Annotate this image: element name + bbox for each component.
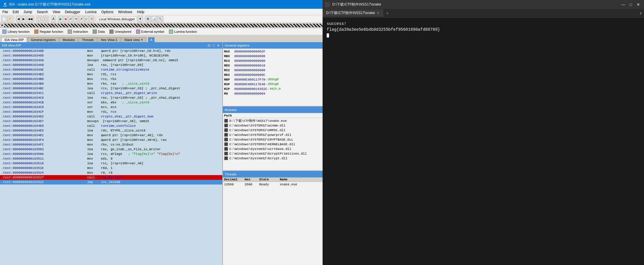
- reg-name: RDX: [224, 63, 234, 68]
- code-operands: [rsp+138h+var_C0.h+10h], 0C3D2E1F0h: [101, 53, 169, 58]
- module-path: C:\Windows\SYSTEM32\powrprof.dll: [229, 133, 291, 137]
- reg-value[interactable]: 0000000000000000: [234, 68, 265, 73]
- reg-value[interactable]: 000000C000117E40: [234, 82, 265, 87]
- menu-search[interactable]: Search: [34, 9, 50, 15]
- code-line[interactable]: .text:0000000000163527 call fmt_Fprintf: [0, 175, 222, 180]
- code-view[interactable]: .text:000000000016348D mov qword ptr [rs…: [0, 49, 222, 265]
- code-line[interactable]: .text:00000000001634A9 lea rax, [rsp+138…: [0, 63, 222, 67]
- code-line[interactable]: .text:000000000016351E mov r8d, 1: [0, 166, 222, 170]
- menu-edit[interactable]: Edit: [10, 9, 21, 15]
- reg-value[interactable]: 0000000000016352C: [234, 87, 267, 91]
- code-line[interactable]: .text:00000000001634CF mov rdi, rcx: [0, 110, 222, 114]
- code-line[interactable]: .text:00000000001634B6 mov rcx, rbx: [0, 77, 222, 81]
- code-line[interactable]: .text:00000000001634CB xor ebx, ebx ; _s…: [0, 100, 222, 105]
- toolbar-extra-3[interactable]: 🔧: [157, 16, 163, 22]
- ida-panel-restore[interactable]: ⊡: [207, 44, 211, 47]
- code-line[interactable]: .text:00000000001634E0 call runtime_conv…: [0, 124, 222, 128]
- menu-lumina[interactable]: Lumina: [83, 9, 99, 15]
- toolbar-open[interactable]: 📂: [8, 16, 13, 22]
- terminal-close[interactable]: ✕: [635, 0, 642, 9]
- code-line[interactable]: .text:000000000016352C jmp loc_16338B: [0, 180, 222, 184]
- terminal-maximize[interactable]: □: [628, 0, 634, 9]
- code-line[interactable]: .text:00000000001634BC lea rcx, [rsp+138…: [0, 86, 222, 91]
- toolbar-forward[interactable]: ▶: [21, 16, 26, 22]
- code-line[interactable]: .text:00000000001634AE call runtime_stri…: [0, 67, 222, 72]
- tab-general-registers[interactable]: General registers: [28, 37, 59, 42]
- code-line[interactable]: .text:00000000001634A0 movups xmmword pt…: [0, 58, 222, 63]
- toolbar-sep-6: [144, 16, 144, 22]
- reg-value[interactable]: 000000000000000C: [234, 73, 265, 77]
- reg-value[interactable]: 0000000000000000: [234, 59, 265, 63]
- code-operands: rcx, [rsp+138h+var_C0] ; _ptr_sha1_diges…: [101, 86, 180, 91]
- code-line[interactable]: .text:00000000001634E5 lea rdx, RTYPE__s…: [0, 128, 222, 133]
- ida-panel-maximize[interactable]: □: [212, 44, 216, 47]
- reg-name: RCX: [224, 59, 234, 63]
- code-instr: call: [83, 124, 101, 128]
- toolbar-extra-1[interactable]: ⚙: [145, 16, 150, 22]
- code-line[interactable]: .text:00000000001634C6 lea rax, [rsp+138…: [0, 95, 222, 100]
- code-line[interactable]: .text:00000000001634F4 mov qword ptr [rs…: [0, 138, 222, 142]
- code-line[interactable]: .text:0000000000163524 mov r9, r8: [0, 170, 222, 175]
- menu-help[interactable]: Help: [135, 9, 147, 15]
- tab-stack-view-close[interactable]: ✕: [141, 38, 143, 41]
- menu-view[interactable]: View: [50, 9, 62, 15]
- tab-special-a[interactable]: A: [148, 37, 154, 42]
- code-line[interactable]: .text:00000000001634FC mov rbx, cs:os_St…: [0, 142, 222, 147]
- terminal-minimize[interactable]: —: [619, 0, 627, 9]
- reg-value[interactable]: 0000000000000010: [234, 63, 265, 68]
- tab-stack-view-label: Stack view: [124, 38, 140, 42]
- code-line[interactable]: .text:0000000000163503 lea rax, go_itab_…: [0, 147, 222, 152]
- tab-modules[interactable]: Modules: [60, 37, 78, 42]
- toolbar-debug-stop[interactable]: ■: [64, 16, 68, 22]
- code-line[interactable]: .text:0000000000163495 mov [rsp+138h+var…: [0, 53, 222, 58]
- code-line[interactable]: .text:000000000016350A lea rcx, aFlagX ;…: [0, 152, 222, 156]
- terminal-tab-1[interactable]: D:\下载\CTF附件\NSS17\snake ✕: [323, 9, 383, 17]
- code-line[interactable]: .text:00000000001634B9 mov rbx, rax ; _s…: [0, 81, 222, 86]
- toolbar-debug-step[interactable]: ↩: [68, 16, 73, 22]
- toolbar-debug-out[interactable]: ↗: [79, 16, 84, 22]
- code-line[interactable]: .text:00000000001634C1 call crypto_sha1_…: [0, 91, 222, 95]
- terminal-add-tab[interactable]: ＋: [383, 9, 392, 17]
- toolbar-debug-run[interactable]: ▶: [58, 16, 63, 22]
- menu-windows[interactable]: Windows: [116, 9, 135, 15]
- code-addr: .text:00000000001634FC: [1, 142, 83, 147]
- menu-debugger[interactable]: Debugger: [62, 9, 83, 15]
- toolbar-paste[interactable]: 📋: [43, 16, 49, 22]
- reg-value[interactable]: 000000C000117F70: [234, 77, 265, 82]
- code-instr: mov: [83, 156, 101, 161]
- toolbar-debug-over[interactable]: ↪: [74, 16, 78, 22]
- code-line[interactable]: .text:0000000000163511 mov edi, 9: [0, 156, 222, 161]
- toolbar-extra-2[interactable]: 📊: [151, 16, 157, 22]
- toolbar-copy[interactable]: 📋: [36, 16, 42, 22]
- terminal-tab-1-close[interactable]: ✕: [377, 11, 379, 15]
- reg-value[interactable]: 0000000000000000: [234, 54, 265, 59]
- toolbar-font[interactable]: A: [51, 16, 56, 22]
- tab-threads[interactable]: Threads: [79, 37, 97, 42]
- toolbar-debugger-dropdown[interactable]: ▼: [138, 16, 143, 22]
- menu-options[interactable]: Options: [99, 9, 116, 15]
- tab-stack-view[interactable]: Stack view ✕: [121, 37, 147, 42]
- code-line[interactable]: .text:0000000000163516 lea rsi, [rsp+138…: [0, 161, 222, 166]
- code-line[interactable]: .text:00000000001634CD xor ecx, ecx: [0, 105, 222, 110]
- toolbar-debug-x[interactable]: ✕: [89, 16, 94, 22]
- toolbar-back[interactable]: ◀: [16, 16, 21, 22]
- menu-file[interactable]: File: [0, 9, 10, 15]
- code-line[interactable]: .text:00000000001634B3 mov rdi, rcx: [0, 72, 222, 77]
- toolbar-back2[interactable]: ◀◀: [27, 16, 34, 22]
- toolbar-debug-run2[interactable]: ▷: [84, 16, 89, 22]
- code-line[interactable]: .text:000000000016348D mov qword ptr [rs…: [0, 49, 222, 53]
- code-line[interactable]: .text:00000000001634D7 movups [rsp+138h+…: [0, 119, 222, 124]
- code-instr: lea: [83, 128, 101, 133]
- menu-jump[interactable]: Jump: [21, 9, 34, 15]
- reg-value[interactable]: 000000000000002F: [234, 49, 265, 54]
- code-addr: .text:0000000000163511: [1, 156, 83, 161]
- tab-ida-view-rip[interactable]: IDA View-RIP: [1, 37, 27, 42]
- toolbar-new[interactable]: 📄: [1, 16, 7, 22]
- code-line[interactable]: .text:00000000001634EC mov qword ptr [rs…: [0, 133, 222, 138]
- code-operands: rdi, rcx: [101, 72, 116, 77]
- reg-value[interactable]: 0000000000000004: [234, 91, 265, 96]
- ida-panel-close[interactable]: ✕: [216, 44, 221, 47]
- tab-hex-view[interactable]: Hex View-1: [98, 37, 121, 42]
- code-line[interactable]: .text:00000000001634D2 call crypto_sha1_…: [0, 114, 222, 119]
- terminal-dropdown[interactable]: ∨: [638, 9, 644, 18]
